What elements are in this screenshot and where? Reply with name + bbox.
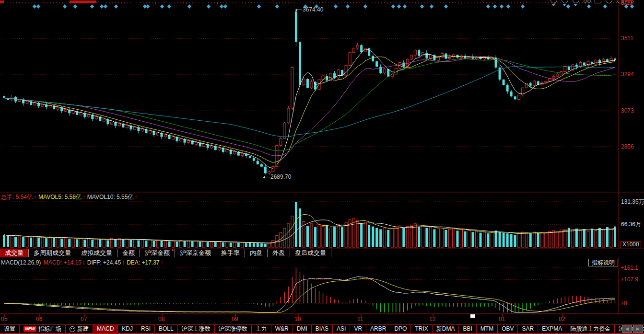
trend-arrow-icon: ↑ — [161, 259, 164, 266]
event-marker-icon — [146, 4, 150, 9]
event-marker-icon — [100, 4, 104, 9]
indicator-asi[interactable]: ASI — [333, 325, 350, 333]
event-marker-icon — [36, 4, 40, 9]
event-marker-icon — [187, 4, 191, 9]
indicator-bbi[interactable]: BBI — [459, 325, 476, 333]
indicator-dpo[interactable]: DPO — [390, 325, 411, 333]
high-price-annotation: 3674.40 — [295, 7, 323, 13]
account-icon-shape — [550, 0, 557, 3]
indicator-bias[interactable]: BIAS — [312, 325, 333, 333]
tab-virtual-volume[interactable]: 虚拟成交量 — [76, 249, 117, 257]
candlestick-series — [3, 12, 616, 175]
indicator-hs-limit-up[interactable]: 沪深涨停数 — [215, 325, 252, 333]
filter-icon[interactable] — [562, 0, 568, 6]
account-icon[interactable] — [550, 0, 557, 6]
volume-series — [3, 202, 616, 247]
legend-text: MAVOL10: 5.55亿 — [87, 194, 134, 200]
indicator-macd[interactable]: MACD — [93, 325, 118, 333]
link-icon[interactable] — [584, 0, 590, 6]
indicator-trix-label: TRIX — [415, 325, 428, 333]
indicator-expma[interactable]: EXPMA — [538, 325, 566, 333]
gridlines — [0, 0, 644, 317]
ma30-line — [4, 58, 615, 150]
tab-amount[interactable]: 金额 — [117, 249, 140, 257]
month-label: 09 — [232, 316, 238, 322]
month-label: 08 — [158, 316, 164, 322]
trend-arrow-icon: ↑ — [122, 259, 125, 266]
toolbar-pager: ◀ ▶ — [622, 325, 643, 333]
legend-item: MAVOL10: 5.55亿↑ — [87, 194, 139, 200]
tab-volume[interactable]: 成交量 — [0, 249, 29, 257]
indicator-dma[interactable]: 新DMA — [433, 325, 459, 333]
tab-hsj-amount[interactable]: 沪深京金额 — [175, 249, 216, 257]
chevron-down-icon — [551, 4, 555, 6]
tab-after-hours-volume[interactable]: 盘后成交量 — [290, 249, 331, 257]
settings-button[interactable]: 设置 — [0, 325, 20, 333]
indicator-plaza-button[interactable]: NEW指标广场 — [20, 325, 66, 333]
indicator-hs-advancers[interactable]: 沪深上涨数 — [178, 325, 215, 333]
top-toolbar-icons — [550, 0, 623, 7]
legend-text: DEA: +17.37 — [127, 259, 159, 266]
ma20-line — [4, 57, 615, 156]
event-marker-icon — [33, 4, 36, 9]
new-indicator-button[interactable]: 新建 — [66, 325, 93, 333]
trading-app-window: 3/29 37293511329430732856 3674.40 2689.7… — [0, 0, 644, 334]
indicator-wr[interactable]: W&R — [271, 325, 293, 333]
tab-hs-amount[interactable]: 沪深金额 — [140, 249, 175, 257]
indicator-northbound-funds-label: 陆股通主力资金 — [570, 325, 610, 333]
indicator-help-button[interactable]: 指标说明 — [588, 259, 618, 266]
event-marker-icon — [346, 4, 350, 9]
indicator-vr[interactable]: VR — [350, 325, 366, 333]
event-marker-icon — [63, 4, 67, 9]
indicator-arbr[interactable]: ARBR — [366, 325, 390, 333]
indicator-macd-label: MACD — [97, 325, 114, 333]
volume-indicator-tabbar: 成交量多周期成交量虚拟成交量金额沪深金额沪深京金额换手率内盘外盘盘后成交量 — [0, 249, 644, 257]
tab-multi-period-volume[interactable]: 多周期成交量 — [29, 249, 76, 257]
tab-outer-disc[interactable]: 外盘 — [268, 249, 290, 257]
legend-text: DIFF: +24.45 — [87, 259, 121, 266]
tab-inner-disc[interactable]: 内盘 — [245, 249, 268, 257]
month-label: 07 — [81, 316, 87, 322]
indicator-kdj[interactable]: KDJ — [118, 325, 137, 333]
volume-legend: 总手: 5.54亿↑MAVOL5: 5.58亿↑MAVOL10: 5.55亿↑ — [1, 194, 139, 200]
settings-button-label: 设置 — [4, 325, 15, 333]
indicator-trix[interactable]: TRIX — [411, 325, 432, 333]
drawing-icon[interactable] — [573, 0, 579, 6]
indicator-mtm[interactable]: MTM — [477, 325, 498, 333]
indicator-dma-label: 新DMA — [436, 325, 455, 333]
indicator-rsi-label: RSI — [141, 325, 151, 333]
volume-axis-label: 131.35万 — [621, 198, 644, 205]
layout-icon[interactable] — [595, 0, 601, 6]
indicator-obv[interactable]: OBV — [498, 325, 518, 333]
info-icon[interactable] — [606, 0, 612, 6]
event-marker-icon — [223, 4, 227, 9]
y-axis-label: 3073 — [621, 107, 634, 114]
event-marker-icon — [167, 4, 171, 9]
tab-turnover-rate[interactable]: 换手率 — [216, 249, 245, 257]
indicator-bias-label: BIAS — [316, 325, 328, 333]
legend-item: MACD: +14.15↓ — [44, 259, 86, 266]
annotation-dash — [297, 10, 302, 10]
pager-left-button[interactable]: ◀ — [622, 325, 632, 333]
indicator-boll[interactable]: BOLL — [155, 325, 178, 333]
pager-right-button[interactable]: ▶ — [633, 325, 643, 333]
indicator-vr-label: VR — [354, 325, 362, 333]
event-marker-icon — [403, 4, 407, 9]
indicator-boll-label: BOLL — [159, 325, 174, 333]
chevron-down-icon — [562, 4, 566, 6]
layout-icon-shape — [595, 0, 601, 3]
indicator-rsi[interactable]: RSI — [137, 325, 155, 333]
event-marker-icon — [90, 4, 94, 9]
event-marker-icon — [334, 4, 338, 9]
month-label: 05 — [1, 316, 7, 322]
tab-multi-period-volume-label: 多周期成交量 — [34, 249, 71, 256]
indicator-sar[interactable]: SAR — [518, 325, 538, 333]
macd-axis-label: +0 — [621, 300, 627, 307]
event-marker-icon — [220, 4, 223, 9]
indicator-main-force[interactable]: 主力 — [252, 325, 271, 333]
tab-virtual-volume-label: 虚拟成交量 — [81, 249, 112, 256]
indicator-northbound-funds[interactable]: 陆股通主力资金 — [566, 325, 615, 333]
chart-canvas[interactable] — [0, 0, 644, 334]
indicator-wr-label: W&R — [275, 325, 289, 333]
indicator-dmi[interactable]: DMI — [293, 325, 312, 333]
